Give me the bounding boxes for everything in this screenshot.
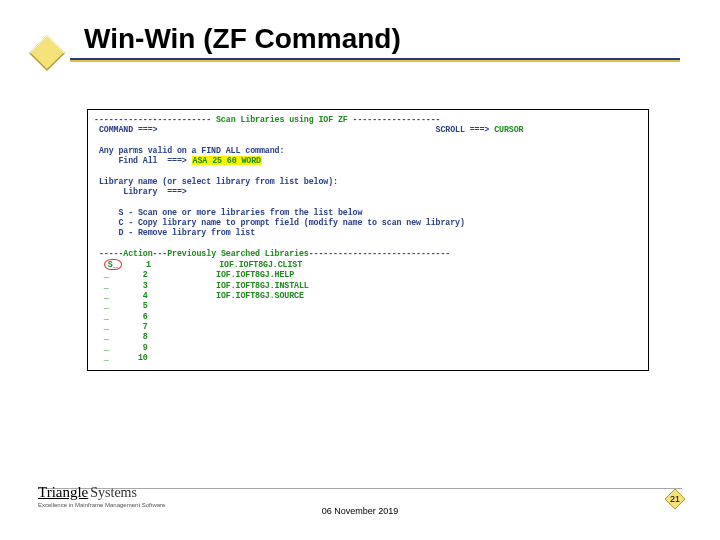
- list-prev: Previously Searched Libraries: [167, 249, 309, 258]
- row-num: 2: [143, 270, 148, 279]
- list-action: Action: [123, 249, 152, 258]
- row-action[interactable]: _: [104, 281, 109, 290]
- parms-note: Any parms valid on a FIND ALL command:: [99, 146, 284, 155]
- logo: TriangleSystems Excellence in Mainframe …: [38, 484, 165, 508]
- row-action-circled[interactable]: S_: [104, 259, 122, 270]
- footer-date: 06 November 2019: [0, 506, 720, 516]
- row-action[interactable]: _: [104, 270, 109, 279]
- row-dsn: IOF.IOFT8GJ.HELP: [216, 270, 294, 279]
- command-label: COMMAND ===>: [99, 125, 158, 134]
- row-num: 4: [143, 291, 148, 300]
- logo-systems: Systems: [90, 485, 137, 500]
- footer: TriangleSystems Excellence in Mainframe …: [0, 480, 720, 522]
- hdr-title: Scan Libraries using IOF ZF: [211, 115, 353, 124]
- row-dsn: IOF.IOFT8GJ.INSTALL: [216, 281, 309, 290]
- opt-s: S - Scan one or more libraries from the …: [118, 208, 362, 217]
- title-underline: [70, 58, 680, 62]
- lib-label: Library ===>: [123, 187, 186, 196]
- opt-c: C - Copy library name to prompt field (m…: [118, 218, 464, 227]
- slide: Win-Win (ZF Command) -------------------…: [0, 0, 720, 540]
- row-num: 7: [143, 322, 148, 331]
- row-dsn: IOF.IOFT8GJ.CLIST: [219, 260, 302, 269]
- page-number: 21: [664, 488, 686, 510]
- list-dash2: ---: [153, 249, 168, 258]
- svg-marker-0: [30, 36, 64, 70]
- title-area: Win-Win (ZF Command): [28, 20, 680, 58]
- list-dash1: -----: [99, 249, 123, 258]
- row-action[interactable]: _: [104, 322, 109, 331]
- hdr-dash-l: ------------------------: [94, 115, 211, 124]
- hdr-dash-r: ------------------: [353, 115, 441, 124]
- slide-title: Win-Win (ZF Command): [84, 25, 401, 53]
- row-action[interactable]: _: [104, 312, 109, 321]
- row-action[interactable]: _: [104, 301, 109, 310]
- findall-label: Find All ===>: [118, 156, 186, 165]
- row-action[interactable]: _: [104, 343, 109, 352]
- terminal-screenshot: ------------------------ Scan Libraries …: [88, 110, 648, 370]
- row-action[interactable]: _: [104, 291, 109, 300]
- findall-value[interactable]: ASA 25 60 WORD: [192, 156, 262, 165]
- row-num: 5: [143, 301, 148, 310]
- scroll-value: CURSOR: [494, 125, 523, 134]
- logo-triangle: Triangle: [38, 484, 88, 500]
- row-num: 8: [143, 332, 148, 341]
- row-action[interactable]: _: [104, 332, 109, 341]
- opt-d: D - Remove library from list: [118, 228, 255, 237]
- list-dash3: -----------------------------: [309, 249, 451, 258]
- row-num: 9: [143, 343, 148, 352]
- page-number-badge: 21: [664, 488, 686, 510]
- row-action[interactable]: _: [104, 353, 109, 362]
- row-num: 10: [138, 353, 148, 362]
- libname-note: Library name (or select library from lis…: [99, 177, 338, 186]
- row-num: 6: [143, 312, 148, 321]
- diamond-icon: [28, 34, 66, 72]
- row-num: 1: [146, 260, 151, 269]
- row-num: 3: [143, 281, 148, 290]
- row-dsn: IOF.IOFT8GJ.SOURCE: [216, 291, 304, 300]
- scroll-label: SCROLL ===>: [436, 125, 490, 134]
